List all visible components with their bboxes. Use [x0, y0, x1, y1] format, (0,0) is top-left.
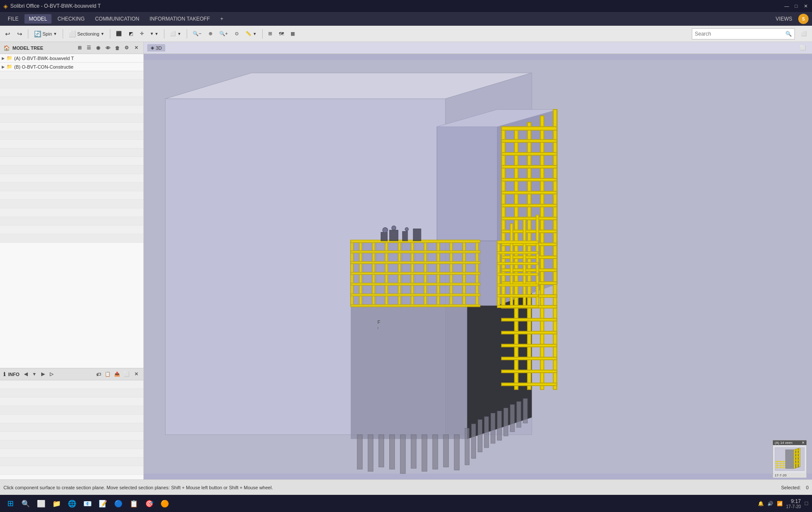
viewport-toolbar: ◈ 3D ⬜ — [144, 42, 812, 54]
maximize-icon: ⬜ — [801, 31, 807, 36]
svg-rect-94 — [497, 295, 538, 297]
redo-button[interactable]: ↪ — [15, 28, 25, 40]
tree-empty-15 — [0, 191, 143, 200]
svg-rect-92 — [497, 273, 538, 275]
viewport: ◈ 3D ⬜ — [144, 42, 812, 479]
maximize-panel-button[interactable]: ⬜ — [798, 28, 809, 40]
notes-button[interactable]: 📝 — [96, 497, 110, 510]
svg-rect-50 — [502, 140, 557, 142]
menu-information-takeoff[interactable]: INFORMATION TAKEOFF — [145, 14, 214, 24]
info-export-button[interactable]: 📤 — [113, 370, 121, 378]
measure-button[interactable]: 📏 ▼ — [243, 28, 259, 40]
edge-button[interactable]: 🌐 — [65, 497, 79, 510]
svg-rect-53 — [502, 178, 557, 181]
sectioning-button[interactable]: ⬜ Sectioning ▼ — [66, 28, 107, 40]
info-title: INFO — [8, 372, 19, 377]
tree-collapse-all-button[interactable]: ☰ — [85, 44, 93, 52]
tree-empty-10 — [0, 148, 143, 157]
info-close-button[interactable]: ✕ — [132, 370, 140, 378]
tree-item-b[interactable]: 📁 (B) O-BVT-CON-Constructie — [0, 63, 143, 71]
tree-filter-button[interactable]: ◉ — [94, 44, 102, 52]
zoom-out-button[interactable]: 🔍− — [190, 28, 204, 40]
search-input[interactable] — [695, 31, 785, 37]
sep-5 — [187, 29, 187, 39]
model-tree-content[interactable]: 📁 (A) O-BVT-BWK-bouwveld T 📁 (B) O-BVT-C… — [0, 54, 143, 368]
info-next-alt-button[interactable]: ▷ — [48, 370, 55, 378]
svg-rect-93 — [497, 284, 538, 286]
sep-3 — [110, 29, 110, 39]
tree-item-a[interactable]: 📁 (A) O-BVT-BWK-bouwveld T — [0, 54, 143, 63]
app10-button[interactable]: 🟠 — [158, 497, 172, 510]
mini-map-close-icon[interactable]: ✕ — [802, 441, 805, 445]
app9-button[interactable]: 🎯 — [142, 497, 156, 510]
svg-point-120 — [405, 228, 409, 231]
viewport-tab-3d[interactable]: ◈ 3D — [147, 44, 165, 51]
tree-empty-16 — [0, 200, 143, 208]
tree-settings-button[interactable]: ⚙ — [123, 44, 130, 52]
start-button[interactable]: ⊞ — [3, 497, 17, 510]
file-explorer-button[interactable]: 📁 — [50, 497, 64, 510]
viewport-expand-button[interactable]: ⬜ — [797, 42, 809, 54]
maximize-button[interactable]: □ — [793, 3, 799, 9]
svg-rect-131 — [794, 456, 800, 457]
zoom-in-icon: 🔍+ — [219, 31, 228, 36]
close-button[interactable]: ✕ — [803, 3, 809, 9]
viewport-canvas[interactable]: F r (A) 14 veen ✕ — [144, 54, 812, 479]
select-box-button[interactable]: ⬛ — [113, 28, 124, 40]
teams-button[interactable]: 🔵 — [112, 497, 125, 510]
svg-rect-66 — [502, 344, 557, 347]
sectioning-dropdown-icon: ▼ — [100, 32, 104, 36]
tree-close-button[interactable]: ✕ — [132, 44, 140, 52]
svg-rect-16 — [465, 428, 469, 465]
svg-text:r: r — [377, 326, 379, 330]
sectioning-icon: ⬜ — [69, 30, 76, 37]
menu-add-tab[interactable]: + — [216, 14, 227, 24]
info-expand-button[interactable]: ⬜ — [123, 370, 130, 378]
svg-rect-14 — [443, 435, 448, 467]
svg-rect-110 — [351, 272, 480, 274]
undo-button[interactable]: ↩ — [3, 28, 13, 40]
select-mode-icon: ◩ — [129, 31, 133, 36]
zoom-in-button[interactable]: 🔍+ — [217, 28, 230, 40]
zoom-reset-button[interactable]: ⊙ — [232, 28, 241, 40]
search-box[interactable]: 🔍 — [692, 28, 795, 39]
info-next-button[interactable]: ▶ — [39, 370, 47, 378]
minimize-button[interactable]: — — [784, 3, 790, 9]
info-copy-button[interactable]: 📋 — [104, 370, 112, 378]
tree-empty-3 — [0, 88, 143, 97]
mail-button[interactable]: 📧 — [81, 497, 94, 510]
clipboard-button[interactable]: 📋 — [127, 497, 141, 510]
task-view-button[interactable]: ⬜ — [34, 497, 48, 510]
select-mode-button[interactable]: ◩ — [126, 28, 136, 40]
svg-marker-124 — [785, 450, 794, 469]
info-prev-button[interactable]: ◀ — [22, 370, 30, 378]
menu-communication[interactable]: COMMUNICATION — [91, 14, 143, 24]
menu-file[interactable]: FILE — [3, 14, 23, 24]
filter-button[interactable]: ▾ ▼ — [148, 28, 161, 40]
window-title: Solibri Office - O-BVT-BWK-bouwveld T — [10, 3, 101, 9]
view-cube-button[interactable]: ⬜ ▼ — [167, 28, 184, 40]
model-tree-icon: 🏠 — [3, 45, 10, 51]
views-button[interactable]: VIEWS — [771, 14, 797, 24]
info-tag-button[interactable]: 🏷 — [94, 370, 102, 378]
zoom-fit-button[interactable]: ⊕ — [206, 28, 215, 40]
tree-hide-button[interactable]: 👁 — [104, 44, 112, 52]
tree-empty-17 — [0, 208, 143, 217]
svg-rect-109 — [351, 262, 480, 264]
info-nav-dropdown-button[interactable]: ▾ — [30, 370, 38, 378]
tree-delete-button[interactable]: 🗑 — [113, 44, 121, 52]
select-tool-button[interactable]: ✛ — [137, 28, 146, 40]
layers-button[interactable]: ⊞ — [266, 28, 275, 40]
menu-model[interactable]: MODEL — [24, 14, 52, 24]
search-taskbar-button[interactable]: 🔍 — [19, 497, 33, 510]
tree-empty-13 — [0, 174, 143, 183]
tree-expand-all-button[interactable]: ⊞ — [76, 44, 83, 52]
map-button[interactable]: 🗺 — [276, 28, 286, 40]
building-3d-view: F r — [144, 54, 812, 479]
menu-checking[interactable]: CHECKING — [53, 14, 89, 24]
svg-rect-17 — [471, 424, 476, 458]
spin-button[interactable]: 🔄 Spin ▼ — [31, 28, 60, 40]
left-panel: 🏠 MODEL TREE ⊞ ☰ ◉ 👁 🗑 ⚙ ✕ 📁 (A) O-BVT-B… — [0, 42, 144, 479]
grid-button[interactable]: ▦ — [288, 28, 297, 40]
svg-rect-88 — [536, 215, 539, 305]
